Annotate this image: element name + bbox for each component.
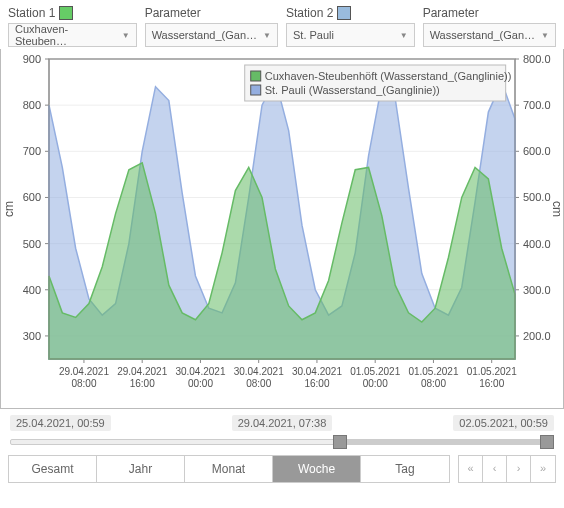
station2-select[interactable]: St. Pauli ▼ (286, 23, 415, 47)
svg-text:500.0: 500.0 (523, 191, 551, 203)
svg-text:30.04.2021: 30.04.2021 (292, 366, 342, 377)
range-end: 02.05.2021, 00:59 (453, 415, 554, 431)
svg-text:30.04.2021: 30.04.2021 (234, 366, 284, 377)
controls-row: Station 1 Cuxhaven-Steuben… ▼ Parameter … (0, 0, 564, 49)
svg-text:16:00: 16:00 (130, 378, 155, 389)
param2-select[interactable]: Wasserstand_(Gan… ▼ (423, 23, 556, 47)
param2-group: Parameter Wasserstand_(Gan… ▼ (423, 6, 556, 47)
svg-text:600: 600 (23, 191, 41, 203)
svg-text:16:00: 16:00 (479, 378, 504, 389)
nav-prev-button[interactable]: ‹ (483, 456, 507, 482)
svg-text:00:00: 00:00 (188, 378, 213, 389)
svg-text:29.04.2021: 29.04.2021 (59, 366, 109, 377)
caret-down-icon: ▼ (263, 31, 271, 40)
svg-text:300.0: 300.0 (523, 284, 551, 296)
station1-label: Station 1 (8, 6, 55, 20)
tab-woche[interactable]: Woche (273, 456, 361, 482)
nav-last-button[interactable]: » (531, 456, 555, 482)
nav-next-button[interactable]: › (507, 456, 531, 482)
svg-text:600.0: 600.0 (523, 145, 551, 157)
time-tabs: Gesamt Jahr Monat Woche Tag (8, 455, 450, 483)
slider-fill (338, 439, 552, 445)
param1-value: Wasserstand_(Gan… (152, 29, 257, 41)
svg-text:700: 700 (23, 145, 41, 157)
svg-text:01.05.2021: 01.05.2021 (350, 366, 400, 377)
svg-rect-66 (251, 85, 261, 95)
caret-down-icon: ▼ (400, 31, 408, 40)
tab-jahr[interactable]: Jahr (97, 456, 185, 482)
svg-text:Cuxhaven-Steubenhöft (Wasserst: Cuxhaven-Steubenhöft (Wasserstand_(Gangl… (265, 70, 512, 82)
svg-text:16:00: 16:00 (304, 378, 329, 389)
param1-select[interactable]: Wasserstand_(Gan… ▼ (145, 23, 278, 47)
tab-monat[interactable]: Monat (185, 456, 273, 482)
time-slider[interactable] (0, 433, 564, 451)
svg-text:800: 800 (23, 99, 41, 111)
svg-text:01.05.2021: 01.05.2021 (467, 366, 517, 377)
tab-tag[interactable]: Tag (361, 456, 449, 482)
station1-swatch (59, 6, 73, 20)
svg-text:St. Pauli (Wasserstand_(Gangli: St. Pauli (Wasserstand_(Ganglinie)) (265, 84, 440, 96)
svg-text:300: 300 (23, 330, 41, 342)
svg-text:00:00: 00:00 (363, 378, 388, 389)
svg-text:01.05.2021: 01.05.2021 (408, 366, 458, 377)
range-mid: 29.04.2021, 07:38 (232, 415, 333, 431)
svg-text:200.0: 200.0 (523, 330, 551, 342)
caret-down-icon: ▼ (122, 31, 130, 40)
station1-select[interactable]: Cuxhaven-Steuben… ▼ (8, 23, 137, 47)
range-start: 25.04.2021, 00:59 (10, 415, 111, 431)
svg-text:08:00: 08:00 (421, 378, 446, 389)
svg-text:400: 400 (23, 284, 41, 296)
station2-group: Station 2 St. Pauli ▼ (286, 6, 415, 47)
tab-gesamt[interactable]: Gesamt (9, 456, 97, 482)
caret-down-icon: ▼ (541, 31, 549, 40)
svg-text:400.0: 400.0 (523, 238, 551, 250)
param1-label: Parameter (145, 6, 201, 20)
svg-text:08:00: 08:00 (71, 378, 96, 389)
svg-text:900: 900 (23, 53, 41, 65)
time-tabs-row: Gesamt Jahr Monat Woche Tag « ‹ › » (0, 451, 564, 493)
chart-area: 300400500600700800900200.0300.0400.0500.… (0, 49, 564, 409)
param2-value: Wasserstand_(Gan… (430, 29, 535, 41)
station1-group: Station 1 Cuxhaven-Steuben… ▼ (8, 6, 137, 47)
nav-buttons: « ‹ › » (458, 455, 556, 483)
svg-text:700.0: 700.0 (523, 99, 551, 111)
svg-text:800.0: 800.0 (523, 53, 551, 65)
chart-svg: 300400500600700800900200.0300.0400.0500.… (1, 49, 563, 407)
station1-value: Cuxhaven-Steuben… (15, 23, 116, 47)
svg-rect-64 (251, 71, 261, 81)
param1-group: Parameter Wasserstand_(Gan… ▼ (145, 6, 278, 47)
svg-text:08:00: 08:00 (246, 378, 271, 389)
slider-handle-left[interactable] (333, 435, 347, 449)
station2-value: St. Pauli (293, 29, 334, 41)
station2-swatch (337, 6, 351, 20)
svg-text:29.04.2021: 29.04.2021 (117, 366, 167, 377)
slider-handle-right[interactable] (540, 435, 554, 449)
station2-label: Station 2 (286, 6, 333, 20)
svg-text:500: 500 (23, 238, 41, 250)
param2-label: Parameter (423, 6, 479, 20)
range-row: 25.04.2021, 00:59 29.04.2021, 07:38 02.0… (0, 409, 564, 433)
svg-text:cm: cm (550, 201, 563, 217)
nav-first-button[interactable]: « (459, 456, 483, 482)
svg-text:30.04.2021: 30.04.2021 (175, 366, 225, 377)
svg-text:cm: cm (2, 201, 16, 217)
